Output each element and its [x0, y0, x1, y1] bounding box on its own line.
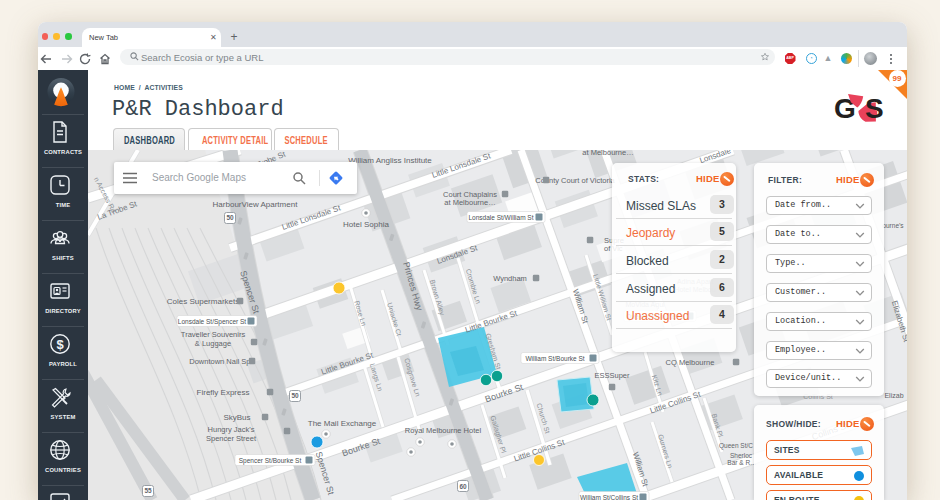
svg-text:at Melbourne…: at Melbourne… [582, 150, 633, 157]
svg-text:S: S [865, 93, 884, 123]
svg-text:at Melbourne…: at Melbourne… [444, 198, 495, 207]
svg-text:50: 50 [226, 214, 234, 221]
svg-text:Royal Melbourne Hotel: Royal Melbourne Hotel [405, 426, 482, 435]
svg-text:William St/Collins St: William St/Collins St [580, 494, 638, 500]
svg-text:Queen St/C: Queen St/C [719, 442, 753, 450]
svg-text:& Luggage: & Luggage [195, 339, 231, 348]
svg-text:$: $ [56, 337, 64, 352]
svg-text:50: 50 [291, 392, 299, 399]
svg-text:HarbourView Apartment: HarbourView Apartment [213, 200, 299, 209]
svg-text:ourne’s: ourne’s [882, 222, 904, 229]
svg-text:55: 55 [144, 487, 152, 494]
svg-text:Firefly Express: Firefly Express [197, 388, 250, 397]
svg-text:Coles Supermarkets: Coles Supermarkets [167, 297, 239, 306]
svg-text:Hotel Sophia: Hotel Sophia [343, 220, 389, 229]
svg-text:William Angliss Institute: William Angliss Institute [348, 156, 432, 165]
svg-text:Elizab: Elizab [884, 392, 903, 399]
svg-text:60: 60 [459, 483, 467, 490]
svg-text:Bar & R…: Bar & R… [727, 459, 756, 466]
svg-text:Downtown Nail Spa: Downtown Nail Spa [189, 357, 255, 366]
svg-text:William St/Bourke St: William St/Bourke St [525, 355, 584, 362]
svg-text:Spencer Street: Spencer Street [206, 434, 257, 443]
svg-text:Lonsdale St/William St: Lonsdale St/William St [468, 214, 533, 221]
svg-text:ESSSuper: ESSSuper [594, 371, 630, 380]
svg-text:SkyBus: SkyBus [223, 413, 250, 422]
svg-text:The Mail Exchange: The Mail Exchange [308, 419, 377, 428]
svg-text:Wyndham: Wyndham [493, 274, 527, 283]
svg-text:CQ Melbourne: CQ Melbourne [666, 358, 715, 367]
svg-text:Sherloc: Sherloc [730, 452, 753, 459]
svg-text:Lonsdale St/Spencer St: Lonsdale St/Spencer St [178, 318, 246, 326]
svg-text:Spencer St/Bourke St: Spencer St/Bourke St [239, 457, 302, 465]
svg-text:Hungry Jack's: Hungry Jack's [208, 425, 255, 434]
svg-text:Traveller Souvenirs: Traveller Souvenirs [181, 330, 246, 339]
